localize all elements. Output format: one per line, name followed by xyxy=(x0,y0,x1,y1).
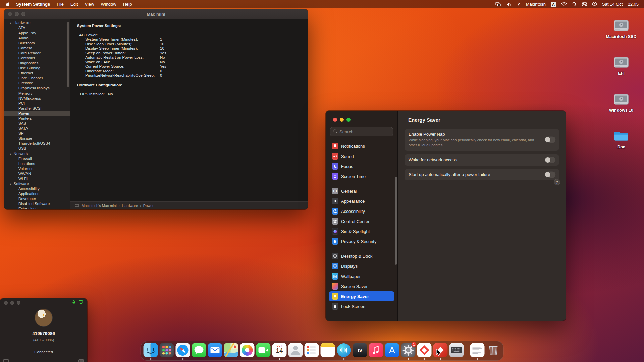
settings-sidebar-item[interactable]: Appearance xyxy=(329,196,394,206)
messages-dock-icon[interactable] xyxy=(192,343,206,357)
sysinfo-sidebar-item[interactable]: Applications xyxy=(4,191,70,196)
breadcrumb-segment[interactable]: Hardware xyxy=(117,204,138,208)
sysinfo-sidebar-item[interactable]: Camera xyxy=(4,45,70,50)
finder-dock-icon[interactable] xyxy=(144,343,158,357)
menu-item[interactable]: Edit xyxy=(70,2,78,7)
sysinfo-sidebar-item[interactable]: Power xyxy=(4,111,70,116)
sysinfo-sidebar-item[interactable]: PCI xyxy=(4,101,70,106)
menu-status-text[interactable]: Sat 14 Oct xyxy=(602,2,623,7)
sysinfo-sidebar-item[interactable]: Locations xyxy=(4,161,70,166)
settings-sidebar-item[interactable]: Notifications xyxy=(329,141,394,151)
menu-item[interactable]: Window xyxy=(101,2,116,7)
search-input[interactable] xyxy=(339,129,390,134)
settings-sidebar-item[interactable]: Displays xyxy=(329,261,394,271)
wifi-icon[interactable] xyxy=(561,1,567,7)
dock-item[interactable] xyxy=(256,343,271,358)
sysinfo-sidebar-item[interactable]: ATA xyxy=(4,25,70,30)
menu-item[interactable]: File xyxy=(57,2,64,7)
settings-sidebar-item[interactable]: Focus xyxy=(329,161,394,171)
screen-mirroring-icon[interactable] xyxy=(495,1,501,7)
menu-item[interactable]: View xyxy=(85,2,94,7)
settings-sidebar-item[interactable]: Wallpaper xyxy=(329,271,394,281)
sysinfo-sidebar-item[interactable]: Printers xyxy=(4,116,70,121)
sysinfo-sidebar-item[interactable]: Controller xyxy=(4,55,70,60)
sysinfo-sidebar-item[interactable]: FireWire xyxy=(4,80,70,85)
sysinfo-sidebar-item[interactable]: NVMExpress xyxy=(4,96,70,101)
user-switch-icon[interactable] xyxy=(592,2,597,7)
spotlight-icon[interactable] xyxy=(572,2,577,7)
calendar-dock-icon[interactable]: OCT14 xyxy=(272,343,287,357)
dock-item[interactable] xyxy=(208,343,222,358)
toggle-switch[interactable] xyxy=(544,157,556,163)
minimize-button[interactable] xyxy=(340,118,344,122)
settings-sidebar-item[interactable]: Screen Saver xyxy=(329,281,394,291)
safari-dock-icon[interactable] xyxy=(176,343,190,357)
sysinfo-sidebar-item[interactable]: Disabled Software xyxy=(4,201,70,206)
window-titlebar[interactable]: Mac mini xyxy=(4,9,308,19)
desktop-icon[interactable]: Macintosh SSD xyxy=(601,17,641,39)
keyboard-icon[interactable] xyxy=(78,359,84,362)
volume-icon[interactable] xyxy=(506,2,512,7)
sysinfo-sidebar-item[interactable]: WWAN xyxy=(4,171,70,176)
breadcrumb-segment[interactable]: Macintosh's Mac mini xyxy=(82,204,117,208)
dock-item[interactable] xyxy=(470,343,485,358)
minimize-button[interactable] xyxy=(10,301,14,305)
sysinfo-sidebar-item[interactable]: Network xyxy=(4,151,70,156)
maps-dock-icon[interactable] xyxy=(224,343,238,357)
dock-item[interactable] xyxy=(176,343,190,358)
sysinfo-sidebar-item[interactable]: Card Reader xyxy=(4,50,70,55)
facetime-dock-icon[interactable] xyxy=(256,343,271,357)
dock-item[interactable] xyxy=(385,343,399,358)
music-dock-icon[interactable] xyxy=(369,343,383,357)
dock-item[interactable]: 1 xyxy=(401,343,416,358)
window-titlebar[interactable] xyxy=(0,298,87,307)
bluetooth-icon[interactable] xyxy=(517,2,521,6)
settings-sidebar-item[interactable]: Lock Screen xyxy=(329,301,394,311)
sysinfo-sidebar-item[interactable]: SATA xyxy=(4,126,70,131)
anydesk-dock-icon[interactable] xyxy=(417,343,432,357)
sysinfo-sidebar-item[interactable]: Graphics/Displays xyxy=(4,85,70,90)
toggle-switch[interactable] xyxy=(544,136,556,143)
sysinfo-sidebar-item[interactable]: Fibre Channel xyxy=(4,75,70,80)
desktop-icon[interactable]: EFI xyxy=(601,54,641,76)
scrollbar-thumb[interactable] xyxy=(67,22,69,87)
trash-dock-icon[interactable] xyxy=(486,343,501,357)
menu-status-text[interactable]: 22.05 xyxy=(628,2,639,7)
sysinfo-sidebar-item[interactable]: Diagnostics xyxy=(4,60,70,65)
apple-menu[interactable] xyxy=(5,2,11,7)
sysinfo-sidebar-item[interactable]: Thunderbolt/USB4 xyxy=(4,141,70,146)
sysinfo-sidebar-item[interactable]: Audio xyxy=(4,35,70,40)
settings-sidebar-item[interactable]: Energy Saver xyxy=(329,291,394,301)
sysinfo-sidebar-item[interactable]: SPI xyxy=(4,131,70,136)
dock-item[interactable] xyxy=(224,343,238,358)
settings-sidebar-item[interactable]: Desktop & Dock xyxy=(329,251,394,261)
toggle-switch[interactable] xyxy=(544,171,556,178)
sysinfo-sidebar-item[interactable]: Parallel SCSI xyxy=(4,106,70,111)
settings-sidebar-item[interactable]: Privacy & Security xyxy=(329,236,394,246)
dock-item[interactable] xyxy=(192,343,206,358)
sysinfo-sidebar-item[interactable]: Bluetooth xyxy=(4,40,70,45)
sysinfo-sidebar-item[interactable]: SAS xyxy=(4,121,70,126)
dock-item[interactable] xyxy=(337,343,351,358)
dock-item[interactable] xyxy=(486,343,501,358)
photos-dock-icon[interactable] xyxy=(240,343,255,357)
dock-item[interactable] xyxy=(160,343,174,358)
sysinfo-sidebar-item[interactable]: Volumes xyxy=(4,166,70,171)
dock-item[interactable] xyxy=(240,343,255,358)
desktop-icon[interactable]: Windows 10 xyxy=(601,90,641,113)
appletv-dock-icon[interactable]: tv xyxy=(353,343,367,357)
dock-item[interactable] xyxy=(288,343,303,358)
launchpad-dock-icon[interactable] xyxy=(160,343,174,357)
sysinfo-sidebar-item[interactable]: Developer xyxy=(4,196,70,201)
settings-sidebar-item[interactable]: Sound xyxy=(329,151,394,161)
audio-dock-icon[interactable] xyxy=(337,343,351,357)
sysinfo-sidebar-item[interactable]: Memory xyxy=(4,90,70,96)
dock-item[interactable] xyxy=(449,343,464,358)
sysinfo-sidebar-item[interactable]: Storage xyxy=(4,136,70,141)
scrollbar-thumb[interactable] xyxy=(395,177,397,265)
help-button[interactable]: ? xyxy=(554,179,560,185)
textedit-dock-icon[interactable] xyxy=(470,343,485,357)
settings-sidebar-item[interactable]: Siri & Spotlight xyxy=(329,226,394,236)
zoom-button[interactable] xyxy=(346,118,351,122)
contacts-dock-icon[interactable] xyxy=(288,343,303,357)
